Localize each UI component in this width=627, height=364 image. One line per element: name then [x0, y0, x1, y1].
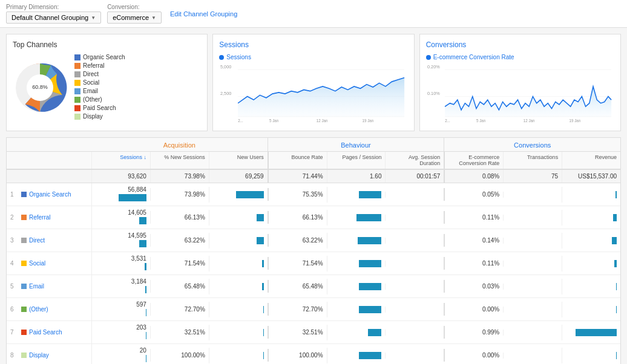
- table-row: 8 Display 20 100.00% 100.00% 0.00%: [7, 344, 620, 364]
- row-cells: 14,595 63.22% 63.22% 0.14%: [91, 229, 620, 252]
- pie-chart: 60.8%: [13, 60, 67, 115]
- pages-bar: [358, 237, 381, 244]
- row-channel-link[interactable]: Direct: [29, 237, 45, 244]
- row-channel-link[interactable]: Paid Search: [29, 329, 62, 336]
- referral-dot: [74, 63, 80, 69]
- col-pages[interactable]: Pages / Session: [327, 152, 386, 169]
- svg-text:0.10%: 0.10%: [427, 91, 440, 96]
- dim-dropdown[interactable]: Default Channel Grouping: [6, 11, 101, 24]
- cell-revenue: [562, 325, 620, 340]
- sessions-dot: [219, 55, 224, 60]
- cell-avg-dur: [385, 353, 444, 359]
- row-channel-link[interactable]: Social: [29, 260, 45, 267]
- cell-sessions: 203: [91, 321, 150, 343]
- row-number: 3: [10, 237, 19, 244]
- totals-cells: 93,620 73.98% 69,259 71.44% 1.60 00:01:5…: [91, 170, 620, 183]
- sessions-bar: [146, 332, 146, 339]
- total-pages: 1.60: [327, 170, 386, 183]
- row-color-dot: [21, 261, 27, 266]
- cell-bounce: 32.51%: [268, 326, 327, 339]
- legend-email: Email: [74, 88, 125, 94]
- col-bounce[interactable]: Bounce Rate: [268, 152, 327, 169]
- col-pct-new[interactable]: % New Sessions: [150, 152, 209, 169]
- cell-new-users: [209, 210, 268, 226]
- cell-transactions: [503, 284, 562, 290]
- primary-dim-label: Primary Dimension:: [6, 4, 101, 10]
- cell-pages: [327, 279, 386, 294]
- col-avg-dur[interactable]: Avg. Session Duration: [385, 152, 444, 169]
- cell-pct-new: 100.00%: [150, 349, 209, 362]
- paid-label: Paid Search: [83, 105, 116, 111]
- cell-pct-new: 73.98%: [150, 188, 209, 201]
- conversion-label: Conversion:: [107, 4, 162, 10]
- row-channel-link[interactable]: Organic Search: [29, 191, 71, 198]
- cell-pages: [327, 325, 386, 340]
- svg-text:12 Jan: 12 Jan: [317, 119, 328, 123]
- new-users-bar: [263, 329, 264, 336]
- cell-sessions: 14,595: [91, 229, 150, 252]
- cell-revenue: [562, 210, 620, 226]
- pages-bar: [359, 260, 382, 267]
- row-cells: 597 72.70% 72.70% 0.00%: [91, 298, 620, 320]
- cell-avg-dur: [385, 215, 444, 221]
- email-label: Email: [83, 88, 98, 94]
- sessions-legend: Sessions: [219, 54, 407, 60]
- cell-avg-dur: [385, 284, 444, 290]
- new-users-bar: [236, 191, 264, 198]
- new-users-bar: [262, 260, 264, 267]
- col-sessions[interactable]: Sessions ↓: [91, 152, 150, 169]
- display-dot: [74, 114, 80, 120]
- sessions-legend-label: Sessions: [226, 54, 251, 60]
- cell-bounce: 66.13%: [268, 211, 327, 224]
- col-revenue[interactable]: Revenue: [562, 152, 620, 169]
- cell-sessions: 14,605: [91, 206, 150, 229]
- social-dot: [74, 80, 80, 86]
- pages-bar: [359, 283, 382, 290]
- cell-transactions: [503, 330, 562, 336]
- col-new-users[interactable]: New Users: [209, 152, 268, 169]
- cell-pages: [327, 210, 386, 226]
- row-channel-link[interactable]: Referral: [29, 214, 51, 221]
- svg-text:5 Jan: 5 Jan: [269, 119, 279, 123]
- top-bar: Primary Dimension: Default Channel Group…: [0, 0, 627, 28]
- total-sessions: 93,620: [91, 170, 150, 183]
- cell-sessions: 3,531: [91, 252, 150, 275]
- sessions-bar: [139, 240, 146, 247]
- total-bounce: 71.44%: [268, 170, 327, 183]
- cell-avg-dur: [385, 238, 444, 244]
- pages-bar: [359, 352, 382, 359]
- pages-bar: [368, 329, 382, 336]
- cell-sessions: 3,184: [91, 275, 150, 297]
- row-channel-link[interactable]: Email: [29, 283, 44, 290]
- col-transactions[interactable]: Transactions: [503, 152, 562, 169]
- table-row: 1 Organic Search 56,884 73.98% 75.35% 0.…: [7, 183, 620, 206]
- legend-referral: Referral: [74, 62, 125, 69]
- cell-transactions: [503, 238, 562, 244]
- edit-channel-grouping-link[interactable]: Edit Channel Grouping: [170, 10, 237, 18]
- cell-ecomm: 0.11%: [444, 257, 503, 270]
- paid-dot: [74, 105, 80, 111]
- col-ecomm[interactable]: E-commerce Conversion Rate: [444, 152, 503, 169]
- cell-bounce: 100.00%: [268, 349, 327, 362]
- row-cells: 20 100.00% 100.00% 0.00%: [91, 344, 620, 364]
- conv-dropdown[interactable]: eCommerce: [107, 11, 162, 24]
- display-label: Display: [83, 113, 103, 120]
- row-color-dot: [21, 353, 27, 358]
- row-channel-link[interactable]: Display: [29, 352, 49, 359]
- revenue-bar: [614, 260, 617, 267]
- revenue-bar: [612, 237, 617, 244]
- conversions-line-chart: 0.20% 0.10% 2... 5 Jan 12 Jan 19 Jan: [426, 63, 614, 123]
- row-cells: 3,531 71.54% 71.54% 0.11%: [91, 252, 620, 275]
- row-channel-link[interactable]: (Other): [29, 306, 48, 313]
- new-users-bar: [263, 306, 264, 313]
- row-number: 6: [10, 306, 19, 313]
- new-users-bar: [257, 237, 263, 244]
- organic-label: Organic Search: [83, 54, 125, 60]
- referral-label: Referral: [83, 62, 105, 69]
- cell-bounce: 71.54%: [268, 257, 327, 270]
- top-channels-title: Top Channels: [13, 41, 201, 49]
- legend-organic: Organic Search: [74, 54, 125, 60]
- sessions-bar: [145, 286, 146, 293]
- cell-pages: [327, 256, 386, 271]
- row-number: 1: [10, 191, 19, 198]
